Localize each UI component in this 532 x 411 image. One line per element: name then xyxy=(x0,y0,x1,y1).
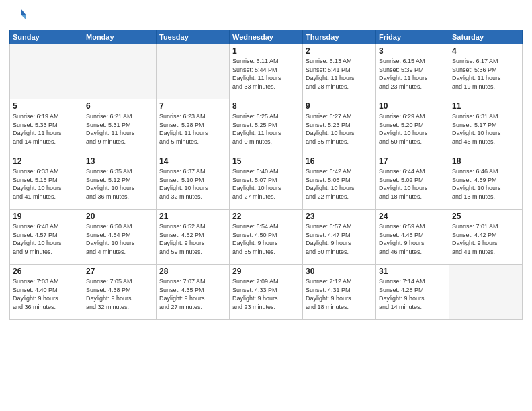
day-number: 21 xyxy=(159,212,226,221)
day-number: 15 xyxy=(232,156,300,166)
day-info: Sunrise: 6:44 AM Sunset: 5:02 PM Dayligh… xyxy=(379,167,446,201)
logo xyxy=(9,7,30,26)
calendar-cell: 26Sunrise: 7:03 AM Sunset: 4:40 PM Dayli… xyxy=(10,265,83,320)
day-number: 17 xyxy=(379,156,446,166)
weekday-header-monday: Monday xyxy=(83,30,157,44)
calendar-cell xyxy=(449,265,523,320)
day-number: 23 xyxy=(306,212,373,221)
day-number: 5 xyxy=(13,101,80,111)
calendar-cell: 12Sunrise: 6:33 AM Sunset: 5:15 PM Dayli… xyxy=(10,154,83,210)
day-info: Sunrise: 6:59 AM Sunset: 4:45 PM Dayligh… xyxy=(379,222,446,256)
day-info: Sunrise: 6:25 AM Sunset: 5:25 PM Dayligh… xyxy=(232,112,300,146)
calendar-cell: 16Sunrise: 6:42 AM Sunset: 5:05 PM Dayli… xyxy=(303,154,376,210)
calendar-cell: 11Sunrise: 6:31 AM Sunset: 5:17 PM Dayli… xyxy=(449,99,523,154)
week-row-4: 19Sunrise: 6:48 AM Sunset: 4:57 PM Dayli… xyxy=(10,210,523,265)
calendar-table: SundayMondayTuesdayWednesdayThursdayFrid… xyxy=(9,30,523,320)
calendar-cell: 13Sunrise: 6:35 AM Sunset: 5:12 PM Dayli… xyxy=(83,154,157,210)
calendar-cell: 8Sunrise: 6:25 AM Sunset: 5:25 PM Daylig… xyxy=(230,99,303,154)
day-number: 16 xyxy=(306,156,373,166)
calendar-cell: 1Sunrise: 6:11 AM Sunset: 5:44 PM Daylig… xyxy=(230,44,303,99)
day-number: 7 xyxy=(159,101,226,111)
calendar-cell: 6Sunrise: 6:21 AM Sunset: 5:31 PM Daylig… xyxy=(83,99,157,154)
day-number: 9 xyxy=(306,101,373,111)
calendar-cell: 3Sunrise: 6:15 AM Sunset: 5:39 PM Daylig… xyxy=(376,44,449,99)
day-info: Sunrise: 6:42 AM Sunset: 5:05 PM Dayligh… xyxy=(306,167,373,201)
header xyxy=(9,7,523,26)
day-info: Sunrise: 6:57 AM Sunset: 4:47 PM Dayligh… xyxy=(306,222,373,256)
weekday-header-friday: Friday xyxy=(376,30,449,44)
calendar-cell: 25Sunrise: 7:01 AM Sunset: 4:42 PM Dayli… xyxy=(449,210,523,265)
calendar-cell: 5Sunrise: 6:19 AM Sunset: 5:33 PM Daylig… xyxy=(10,99,83,154)
day-info: Sunrise: 6:33 AM Sunset: 5:15 PM Dayligh… xyxy=(13,167,80,201)
day-info: Sunrise: 6:48 AM Sunset: 4:57 PM Dayligh… xyxy=(13,222,80,256)
calendar-cell: 17Sunrise: 6:44 AM Sunset: 5:02 PM Dayli… xyxy=(376,154,449,210)
weekday-header-tuesday: Tuesday xyxy=(157,30,230,44)
svg-marker-1 xyxy=(21,15,26,19)
day-number: 26 xyxy=(13,267,80,276)
calendar-cell: 21Sunrise: 6:52 AM Sunset: 4:52 PM Dayli… xyxy=(157,210,230,265)
calendar-cell: 23Sunrise: 6:57 AM Sunset: 4:47 PM Dayli… xyxy=(303,210,376,265)
calendar-cell: 4Sunrise: 6:17 AM Sunset: 5:36 PM Daylig… xyxy=(449,44,523,99)
day-info: Sunrise: 7:07 AM Sunset: 4:35 PM Dayligh… xyxy=(159,277,226,311)
day-number: 13 xyxy=(86,156,153,166)
day-info: Sunrise: 6:35 AM Sunset: 5:12 PM Dayligh… xyxy=(86,167,153,201)
day-info: Sunrise: 6:46 AM Sunset: 4:59 PM Dayligh… xyxy=(452,167,519,201)
day-number: 31 xyxy=(379,267,446,276)
day-number: 1 xyxy=(232,46,300,56)
day-number: 4 xyxy=(452,46,519,56)
calendar-cell: 27Sunrise: 7:05 AM Sunset: 4:38 PM Dayli… xyxy=(83,265,157,320)
day-info: Sunrise: 7:09 AM Sunset: 4:33 PM Dayligh… xyxy=(232,277,300,311)
day-number: 10 xyxy=(379,101,446,111)
day-info: Sunrise: 6:37 AM Sunset: 5:10 PM Dayligh… xyxy=(159,167,226,201)
day-number: 25 xyxy=(452,212,519,221)
calendar-cell: 18Sunrise: 6:46 AM Sunset: 4:59 PM Dayli… xyxy=(449,154,523,210)
page: SundayMondayTuesdayWednesdayThursdayFrid… xyxy=(0,0,532,411)
weekday-header-row: SundayMondayTuesdayWednesdayThursdayFrid… xyxy=(10,30,523,44)
calendar-cell: 31Sunrise: 7:14 AM Sunset: 4:28 PM Dayli… xyxy=(376,265,449,320)
calendar-cell: 15Sunrise: 6:40 AM Sunset: 5:07 PM Dayli… xyxy=(230,154,303,210)
day-number: 18 xyxy=(452,156,519,166)
logo-icon xyxy=(9,7,28,26)
day-info: Sunrise: 7:05 AM Sunset: 4:38 PM Dayligh… xyxy=(86,277,153,311)
day-number: 3 xyxy=(379,46,446,56)
day-info: Sunrise: 6:17 AM Sunset: 5:36 PM Dayligh… xyxy=(452,57,519,91)
day-info: Sunrise: 6:54 AM Sunset: 4:50 PM Dayligh… xyxy=(232,222,300,256)
day-number: 30 xyxy=(306,267,373,276)
day-info: Sunrise: 7:14 AM Sunset: 4:28 PM Dayligh… xyxy=(379,277,446,311)
day-number: 12 xyxy=(13,156,80,166)
day-info: Sunrise: 6:21 AM Sunset: 5:31 PM Dayligh… xyxy=(86,112,153,146)
day-number: 11 xyxy=(452,101,519,111)
day-number: 8 xyxy=(232,101,300,111)
week-row-1: 1Sunrise: 6:11 AM Sunset: 5:44 PM Daylig… xyxy=(10,44,523,99)
day-number: 27 xyxy=(86,267,153,276)
day-number: 22 xyxy=(232,212,300,221)
day-info: Sunrise: 7:12 AM Sunset: 4:31 PM Dayligh… xyxy=(306,277,373,311)
day-number: 19 xyxy=(13,212,80,221)
day-info: Sunrise: 6:19 AM Sunset: 5:33 PM Dayligh… xyxy=(13,112,80,146)
calendar-cell: 20Sunrise: 6:50 AM Sunset: 4:54 PM Dayli… xyxy=(83,210,157,265)
day-info: Sunrise: 6:11 AM Sunset: 5:44 PM Dayligh… xyxy=(232,57,300,91)
weekday-header-thursday: Thursday xyxy=(303,30,376,44)
day-number: 29 xyxy=(232,267,300,276)
svg-marker-0 xyxy=(21,9,26,15)
day-info: Sunrise: 6:13 AM Sunset: 5:41 PM Dayligh… xyxy=(306,57,373,91)
day-number: 28 xyxy=(159,267,226,276)
week-row-5: 26Sunrise: 7:03 AM Sunset: 4:40 PM Dayli… xyxy=(10,265,523,320)
calendar-cell: 29Sunrise: 7:09 AM Sunset: 4:33 PM Dayli… xyxy=(230,265,303,320)
day-info: Sunrise: 6:52 AM Sunset: 4:52 PM Dayligh… xyxy=(159,222,226,256)
day-number: 20 xyxy=(86,212,153,221)
calendar-cell xyxy=(83,44,157,99)
calendar-cell: 7Sunrise: 6:23 AM Sunset: 5:28 PM Daylig… xyxy=(157,99,230,154)
day-info: Sunrise: 6:40 AM Sunset: 5:07 PM Dayligh… xyxy=(232,167,300,201)
calendar-cell: 30Sunrise: 7:12 AM Sunset: 4:31 PM Dayli… xyxy=(303,265,376,320)
day-info: Sunrise: 6:27 AM Sunset: 5:23 PM Dayligh… xyxy=(306,112,373,146)
calendar-cell xyxy=(157,44,230,99)
day-info: Sunrise: 7:03 AM Sunset: 4:40 PM Dayligh… xyxy=(13,277,80,311)
calendar-cell: 10Sunrise: 6:29 AM Sunset: 5:20 PM Dayli… xyxy=(376,99,449,154)
calendar-cell: 9Sunrise: 6:27 AM Sunset: 5:23 PM Daylig… xyxy=(303,99,376,154)
week-row-2: 5Sunrise: 6:19 AM Sunset: 5:33 PM Daylig… xyxy=(10,99,523,154)
calendar-cell xyxy=(10,44,83,99)
week-row-3: 12Sunrise: 6:33 AM Sunset: 5:15 PM Dayli… xyxy=(10,154,523,210)
calendar-cell: 24Sunrise: 6:59 AM Sunset: 4:45 PM Dayli… xyxy=(376,210,449,265)
day-info: Sunrise: 6:15 AM Sunset: 5:39 PM Dayligh… xyxy=(379,57,446,91)
